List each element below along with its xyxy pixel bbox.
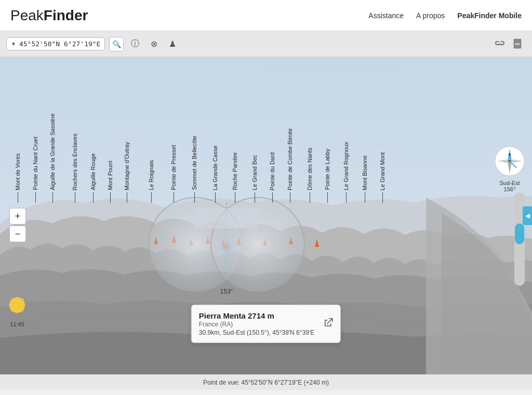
toolbar: ▼ 45°52'50"N 6°27'19"E 🔍 ⓘ ⊗ ♟ PDF xyxy=(0,31,532,57)
coordinate-text: 45°52'50"N 6°27'19"E xyxy=(19,40,101,48)
link-icon xyxy=(495,39,505,49)
binoculars-button[interactable]: ⊗ xyxy=(147,37,161,51)
search-button[interactable]: 🔍 xyxy=(109,37,124,51)
status-bar: Point de vue: 45°52'50''N 6°27'19''E (+2… xyxy=(0,374,532,390)
compass-rose-icon: N xyxy=(494,146,525,177)
svg-line-35 xyxy=(21,299,23,301)
sun-time: 11:45 xyxy=(4,321,30,327)
svg-line-33 xyxy=(11,299,13,301)
info-card-action-icon[interactable] xyxy=(323,316,335,332)
expand-arrow-button[interactable]: ◀ xyxy=(523,206,532,225)
compass-degrees: 156° xyxy=(491,186,528,192)
peak-detail: 30.9km, Sud-Est (150.5°), 45°38'N 6°39'E xyxy=(199,329,314,336)
logo-light: Peak xyxy=(10,7,44,23)
peak-name: Pierra Menta 2714 m xyxy=(199,311,314,320)
toolbar-right: PDF xyxy=(493,37,526,51)
main-nav: Assistance A propos PeakFinder Mobile xyxy=(368,11,522,20)
nav-mobile[interactable]: PeakFinder Mobile xyxy=(457,11,522,20)
info-icon: ⓘ xyxy=(131,38,139,49)
person-icon: ♟ xyxy=(169,39,176,49)
search-icon: 🔍 xyxy=(112,40,121,48)
peak-country: France (RA) xyxy=(199,321,314,328)
slider-thumb[interactable] xyxy=(515,223,524,244)
compass: N Sud-Est 156° xyxy=(491,146,528,192)
info-card: Pierra Menta 2714 m France (RA) 30.9km, … xyxy=(191,305,341,343)
dropdown-arrow-icon: ▼ xyxy=(11,41,16,47)
nav-assistance[interactable]: Assistance xyxy=(368,11,404,20)
sun-icon xyxy=(9,297,25,313)
svg-rect-19 xyxy=(195,208,258,229)
header: PeakFinder Assistance A propos PeakFinde… xyxy=(0,0,532,31)
binoculars-icon: ⊗ xyxy=(151,39,157,49)
svg-text:153°: 153° xyxy=(220,288,233,295)
sun-widget: 11:45 xyxy=(4,297,30,327)
svg-line-34 xyxy=(21,309,23,311)
pdf-button[interactable]: PDF xyxy=(511,37,526,51)
zoom-controls: + − xyxy=(9,208,26,242)
compass-direction: Sud-Est xyxy=(491,180,528,186)
nav-apropos[interactable]: A propos xyxy=(416,11,445,20)
svg-text:PDF: PDF xyxy=(515,43,520,46)
zoom-out-button[interactable]: − xyxy=(9,226,26,242)
pdf-icon: PDF xyxy=(512,38,525,50)
zoom-in-button[interactable]: + xyxy=(9,208,26,225)
person-button[interactable]: ♟ xyxy=(165,37,180,51)
info-button[interactable]: ⓘ xyxy=(128,37,142,51)
status-text: Point de vue: 45°52'50''N 6°27'19''E (+2… xyxy=(203,379,329,386)
svg-line-36 xyxy=(11,309,13,311)
svg-point-28 xyxy=(13,301,21,309)
main-view[interactable]: 153° Mont de Vorès Pointe du Nant Cruet … xyxy=(0,57,532,374)
link-button[interactable] xyxy=(493,37,507,51)
chevron-left-icon: ◀ xyxy=(525,212,530,219)
coordinate-dropdown[interactable]: ▼ 45°52'50"N 6°27'19"E xyxy=(6,37,105,50)
logo: PeakFinder xyxy=(10,7,88,24)
logo-bold: Finder xyxy=(44,7,88,23)
svg-text:N: N xyxy=(508,153,511,156)
